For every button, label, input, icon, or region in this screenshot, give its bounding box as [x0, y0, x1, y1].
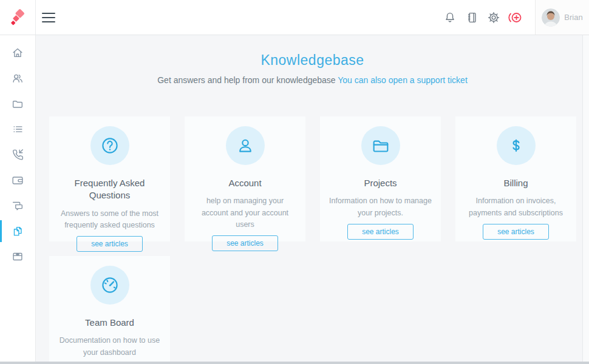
sidebar-item-projects[interactable] — [0, 91, 35, 116]
logo-icon — [9, 8, 27, 27]
users-icon — [11, 72, 24, 85]
dollar-icon — [497, 126, 536, 165]
horizontal-scrollbar[interactable] — [0, 362, 589, 364]
page-subtitle: Get answers and help from our knowledgeb… — [157, 75, 335, 85]
sidebar-item-payments[interactable] — [0, 167, 35, 193]
sidebar-item-archive[interactable] — [0, 244, 35, 269]
user-name: Brian — [564, 13, 582, 22]
see-articles-button[interactable]: see articles — [483, 224, 549, 240]
card-team-board: Team Board Documentation on how to use y… — [49, 256, 170, 362]
archive-icon — [11, 250, 24, 263]
see-articles-button[interactable]: see articles — [212, 235, 278, 251]
card-billing: Billing Information on invoices, payment… — [455, 116, 576, 241]
card-account: Account help on managing your account an… — [185, 116, 305, 241]
card-description: Information on invoices, payments and su… — [464, 195, 568, 219]
card-description: Information on how to manage your projec… — [329, 195, 432, 219]
top-header: Brian — [0, 0, 589, 35]
sidebar-item-contacts[interactable] — [0, 66, 35, 91]
sidebar-item-knowledgebase[interactable] — [0, 218, 35, 244]
kb-cards-grid: Frequently Asked Questions Answers to so… — [49, 116, 589, 362]
app-logo[interactable] — [0, 0, 36, 35]
bell-icon[interactable] — [439, 7, 461, 29]
vertical-scrollbar[interactable] — [582, 35, 589, 362]
card-description: help on managing your account and your a… — [193, 195, 297, 231]
pages-icon — [11, 224, 24, 238]
sidebar-item-home[interactable] — [0, 40, 35, 66]
add-circle-icon[interactable] — [505, 7, 526, 29]
home-icon — [11, 46, 24, 59]
sidebar-item-tasks[interactable] — [0, 116, 35, 142]
page-title: Knowledgebase — [36, 52, 589, 69]
folder-icon — [11, 97, 24, 110]
card-title: Team Board — [58, 317, 162, 329]
card-description: Answers to some of the most frequently a… — [58, 208, 162, 232]
see-articles-button[interactable]: see articles — [77, 236, 143, 252]
notebook-icon[interactable] — [461, 7, 483, 29]
open-support-ticket-link[interactable]: You can also open a support ticket — [338, 75, 468, 85]
avatar — [542, 8, 560, 27]
card-title: Projects — [329, 177, 432, 189]
sidebar-item-calls[interactable] — [0, 142, 35, 167]
card-faq: Frequently Asked Questions Answers to so… — [49, 116, 170, 241]
card-title: Billing — [464, 177, 568, 189]
list-icon — [11, 123, 24, 136]
user-menu[interactable]: Brian — [535, 0, 589, 35]
folder-icon — [361, 126, 400, 165]
sidebar-item-messages[interactable] — [0, 193, 35, 218]
question-icon — [90, 126, 129, 165]
card-projects: Projects Information on how to manage yo… — [320, 116, 441, 241]
speedometer-icon — [90, 266, 129, 305]
card-title: Frequently Asked Questions — [58, 177, 162, 202]
see-articles-button[interactable]: see articles — [347, 224, 414, 240]
card-title: Account — [193, 177, 297, 189]
card-description: Documentation on how to use your dashboa… — [58, 335, 162, 359]
sidebar — [0, 35, 36, 362]
active-indicator — [0, 220, 2, 242]
person-icon — [226, 126, 265, 165]
phone-incoming-icon — [11, 148, 24, 161]
hamburger-menu-button[interactable] — [36, 7, 64, 29]
wallet-icon — [11, 174, 24, 187]
chat-icon — [11, 199, 24, 212]
gear-icon[interactable] — [483, 7, 505, 29]
main-content: Knowledgebase Get answers and help from … — [36, 35, 589, 362]
